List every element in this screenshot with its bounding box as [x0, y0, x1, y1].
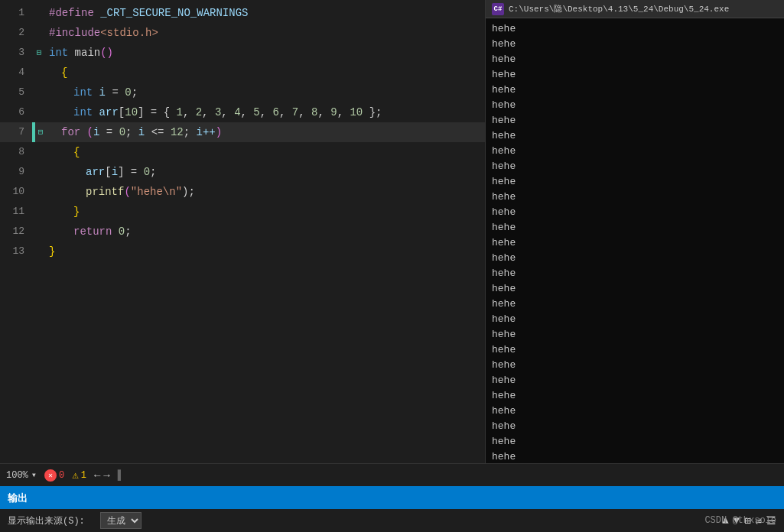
line-indicator: [32, 63, 46, 83]
editor-terminal-split: 1#define _CRT_SECURE_NO_WARNINGS2#includ…: [0, 0, 784, 463]
terminal-title-bar: C# C:\Users\隐\Desktop\4.13\5_24\Debug\5_…: [486, 0, 784, 18]
line-content: #include<stdio.h>: [46, 23, 485, 43]
status-bar: 100% ▾ ✕ 0 ⚠ 1 ← → ▌: [0, 463, 784, 486]
line-number: 8: [0, 142, 32, 162]
line-number: 1: [0, 3, 32, 23]
scroll-indicator: ▌: [118, 469, 124, 482]
terminal-line: hehe: [492, 128, 778, 144]
terminal-line: hehe: [492, 159, 778, 174]
terminal-line: hehe: [492, 21, 778, 37]
line-number: 5: [0, 83, 32, 102]
code-line: 11}: [0, 202, 485, 222]
terminal-title: C:\Users\隐\Desktop\4.13\5_24\Debug\5_24.…: [509, 3, 729, 15]
zoom-indicator: 100% ▾: [6, 469, 37, 481]
code-line: 9arr[i] = 0;: [0, 162, 485, 182]
code-line: 6int arr[10] = { 1, 2, 3, 4, 5, 6, 7, 8,…: [0, 102, 485, 122]
terminal-line: hehe: [492, 388, 778, 404]
line-content: }: [46, 242, 485, 261]
code-line: 7⊟for (i = 0; i <= 12; i++): [0, 122, 485, 142]
line-content: #define _CRT_SECURE_NO_WARNINGS: [46, 3, 485, 23]
code-line: 12return 0;: [0, 222, 485, 242]
nav-back-arrow[interactable]: ←: [94, 469, 100, 482]
warning-status[interactable]: ⚠ 1: [72, 469, 86, 482]
output-panel: 输出 显示输出来源(S): 生成 ▲ ▼ ⊞ ⇄ ☰ CSDN @thxsole: [0, 486, 784, 532]
line-indicator: [32, 242, 46, 261]
terminal-line: hehe: [492, 404, 778, 419]
terminal-line: hehe: [492, 449, 778, 463]
code-line: 8{: [0, 142, 485, 162]
line-content: }: [70, 202, 485, 222]
terminal-line: hehe: [492, 251, 778, 266]
terminal-line: hehe: [492, 281, 778, 297]
terminal-line: hehe: [492, 113, 778, 128]
line-indicator: [32, 23, 46, 43]
terminal-line: hehe: [492, 297, 778, 312]
line-content: arr[i] = 0;: [83, 162, 485, 182]
terminal-line: hehe: [492, 67, 778, 83]
line-number: 2: [0, 23, 32, 43]
code-line: 3⊟int main(): [0, 43, 485, 63]
line-content: printf("hehe\n");: [83, 182, 485, 202]
line-indicator: [32, 202, 46, 222]
nav-arrows: ← →: [94, 469, 110, 482]
error-status[interactable]: ✕ 0: [44, 469, 64, 482]
line-indicator: [32, 182, 46, 202]
code-lines: 1#define _CRT_SECURE_NO_WARNINGS2#includ…: [0, 0, 485, 261]
terminal-line: hehe: [492, 98, 778, 113]
code-editor: 1#define _CRT_SECURE_NO_WARNINGS2#includ…: [0, 0, 486, 463]
line-indicator: [32, 102, 46, 122]
line-number: 12: [0, 222, 32, 242]
error-count: 0: [59, 470, 64, 481]
terminal-line: hehe: [492, 419, 778, 434]
terminal-line: hehe: [492, 327, 778, 342]
line-content: int arr[10] = { 1, 2, 3, 4, 5, 6, 7, 8, …: [70, 102, 485, 122]
zoom-value: 100%: [6, 470, 28, 481]
line-indicator: [32, 3, 46, 23]
terminal-content[interactable]: hehehehehehehehehehehehehehehehehehehehe…: [486, 18, 784, 463]
line-indicator: [32, 83, 46, 102]
code-line: 4{: [0, 63, 485, 83]
line-number: 13: [0, 242, 32, 261]
terminal-line: hehe: [492, 144, 778, 159]
output-header: 输出: [0, 488, 784, 509]
line-indicator: [32, 162, 46, 182]
line-number: 7: [0, 122, 32, 142]
code-line: 2#include<stdio.h>: [0, 23, 485, 43]
output-source-select[interactable]: 生成: [100, 512, 142, 529]
terminal-line: hehe: [492, 434, 778, 449]
terminal-line: hehe: [492, 190, 778, 205]
terminal-line: hehe: [492, 37, 778, 52]
line-content: int i = 0;: [70, 83, 485, 102]
line-indicator: ⊟: [32, 43, 46, 63]
warning-icon: ⚠: [72, 469, 78, 482]
terminal-panel: C# C:\Users\隐\Desktop\4.13\5_24\Debug\5_…: [486, 0, 784, 463]
line-number: 10: [0, 182, 32, 202]
line-content: return 0;: [70, 222, 485, 242]
terminal-line: hehe: [492, 358, 778, 373]
line-content: {: [58, 63, 485, 83]
line-number: 3: [0, 43, 32, 63]
terminal-line: hehe: [492, 220, 778, 235]
csdn-watermark: CSDN @thxsole: [704, 515, 776, 526]
output-content: 显示输出来源(S): 生成 ▲ ▼ ⊞ ⇄ ☰ CSDN @thxsole: [0, 509, 784, 532]
code-line: 1#define _CRT_SECURE_NO_WARNINGS: [0, 3, 485, 23]
code-line: 5int i = 0;: [0, 83, 485, 102]
output-source-label: 显示输出来源(S):: [8, 514, 85, 527]
line-number: 6: [0, 102, 32, 122]
terminal-icon: C#: [492, 3, 504, 15]
line-content: {: [70, 142, 485, 162]
terminal-line: hehe: [492, 235, 778, 251]
error-icon: ✕: [44, 469, 57, 482]
zoom-arrow[interactable]: ▾: [31, 469, 37, 481]
terminal-line: hehe: [492, 205, 778, 220]
terminal-line: hehe: [492, 342, 778, 358]
terminal-line: hehe: [492, 312, 778, 327]
main-container: 1#define _CRT_SECURE_NO_WARNINGS2#includ…: [0, 0, 784, 532]
nav-forward-arrow[interactable]: →: [103, 469, 109, 482]
warning-count: 1: [81, 470, 86, 481]
output-title: 输出: [8, 491, 28, 505]
code-line: 10printf("hehe\n");: [0, 182, 485, 202]
line-content: for (i = 0; i <= 12; i++): [58, 122, 485, 142]
line-number: 4: [0, 63, 32, 83]
terminal-line: hehe: [492, 266, 778, 281]
